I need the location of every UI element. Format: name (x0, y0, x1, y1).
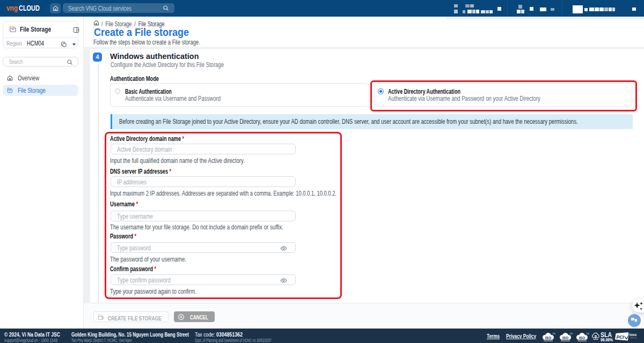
svg-text:27001: 27001 (553, 333, 556, 335)
svg-text:ISO: ISO (545, 336, 552, 340)
svg-text:ISO: ISO (562, 336, 569, 340)
svg-text:DSS: DSS (630, 333, 636, 337)
svg-text:27018: 27018 (587, 333, 590, 335)
svg-text:PCI: PCI (617, 334, 625, 340)
svg-text:ISO: ISO (579, 336, 586, 340)
svg-text:COMPLIANT: COMPLIANT (630, 337, 637, 339)
svg-text:27017: 27017 (570, 333, 573, 335)
